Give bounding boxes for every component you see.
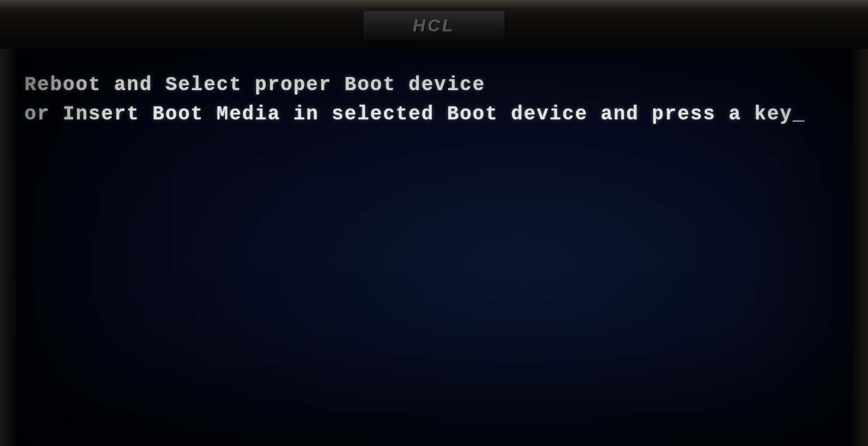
monitor-brand-text: HCL — [413, 16, 455, 36]
monitor-bezel-left — [0, 0, 16, 446]
bios-error-line-1: Reboot and Select proper Boot device — [24, 74, 486, 96]
ambient-light-edge — [0, 0, 868, 11]
monitor-brand-badge: HCL — [363, 11, 505, 41]
text-cursor-icon: _ — [793, 100, 806, 129]
screen-vignette — [0, 0, 868, 446]
bios-error-line-2: or Insert Boot Media in selected Boot de… — [24, 103, 793, 125]
bios-boot-error-screen: Reboot and Select proper Boot device or … — [24, 71, 846, 129]
monitor-bezel-right — [852, 0, 868, 446]
